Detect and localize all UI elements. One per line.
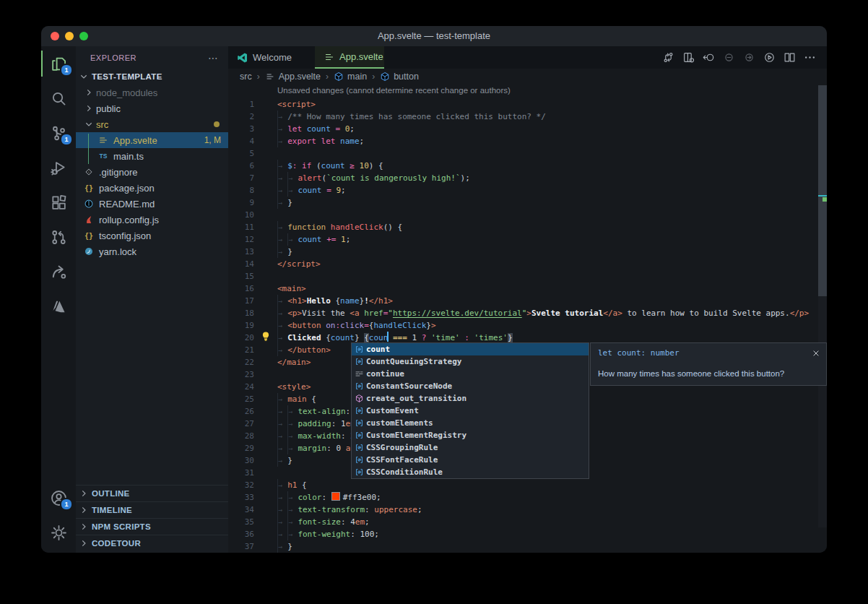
code-line-9[interactable]: 9→}: [228, 197, 817, 209]
more-actions-icon[interactable]: [799, 49, 820, 66]
explorer-root-folder[interactable]: TEST-TEMPLATE: [76, 69, 228, 85]
sidebar-item-rollup-config-js[interactable]: rollup.config.js: [76, 212, 228, 228]
code-line-16[interactable]: 16<main>: [228, 282, 817, 295]
run-file-icon[interactable]: [759, 49, 779, 66]
code-line-11[interactable]: 11→function handleClick() {: [228, 221, 817, 233]
section-npm-scripts[interactable]: NPM SCRIPTS: [76, 518, 228, 535]
previous-change-icon[interactable]: [719, 49, 739, 66]
split-editor-icon[interactable]: [779, 49, 799, 66]
token-tag: <h1>: [287, 296, 307, 306]
indent-guide: →: [277, 111, 287, 123]
github-pr-icon[interactable]: [41, 220, 76, 254]
code-line-36[interactable]: 36→→font-weight: 100;: [228, 528, 817, 540]
code-line-32[interactable]: 32→h1 {: [228, 479, 817, 491]
run-debug-icon[interactable]: [41, 150, 76, 185]
sidebar-item-node-modules[interactable]: node_modules: [76, 85, 228, 100]
section-codetour[interactable]: CODETOUR: [76, 535, 228, 551]
sidebar-item-tsconfig-json[interactable]: {}tsconfig.json: [76, 228, 228, 243]
token-pun: :: [326, 444, 336, 453]
badge-count: 1: [60, 498, 73, 511]
scrollbar-thumb[interactable]: [818, 85, 827, 296]
section-outline[interactable]: OUTLINE: [76, 485, 228, 501]
sidebar-more-actions-icon[interactable]: ⋯: [208, 52, 218, 64]
suggestion-label: customElements: [366, 418, 433, 428]
sidebar-item-readme-md[interactable]: README.md: [76, 196, 228, 212]
compare-changes-icon[interactable]: [658, 49, 678, 66]
go-back-icon[interactable]: [698, 49, 719, 66]
open-changes-icon[interactable]: [678, 49, 698, 66]
sidebar-item-main-ts[interactable]: TSmain.ts: [76, 148, 228, 164]
code-line-4[interactable]: 4→export let name;: [228, 135, 817, 147]
sidebar-item-src[interactable]: src: [76, 116, 228, 132]
code-line-34[interactable]: 34→→text-transform: uppercase;: [228, 504, 817, 516]
explorer-icon[interactable]: 1: [41, 46, 76, 81]
breadcrumb-item-button[interactable]: button: [380, 72, 419, 82]
search-icon[interactable]: [41, 81, 76, 116]
source-control-icon[interactable]: 1: [41, 116, 76, 150]
file-label: package.json: [99, 183, 155, 194]
suggestion-countqueuingstrategy[interactable]: CountQueuingStrategy: [352, 355, 589, 368]
token-num: 9: [336, 186, 341, 195]
section-timeline[interactable]: TIMELINE: [76, 501, 228, 518]
code-line-7[interactable]: 7→→alert(`count is dangerously high!`);: [228, 172, 817, 184]
code-line-17[interactable]: 17→<h1>Hello {name}!</h1>: [228, 295, 817, 307]
code-line-37[interactable]: 37→}: [228, 540, 817, 553]
code-line-1[interactable]: 1<script>: [228, 98, 817, 111]
account-icon[interactable]: 1: [41, 480, 76, 515]
code-line-6[interactable]: 6→$: if (count ≥ 10) {: [228, 160, 817, 172]
code-line-14[interactable]: 14</script>: [228, 258, 817, 270]
suggestion-continue[interactable]: continue: [352, 368, 589, 380]
token-var: name: [340, 137, 360, 146]
sidebar-item-public[interactable]: public: [76, 100, 228, 116]
code-line-13[interactable]: 13→}: [228, 246, 817, 258]
extensions-icon[interactable]: [41, 185, 76, 220]
code-editor[interactable]: Unsaved changes (cannot determine recent…: [228, 85, 827, 553]
code-line-12[interactable]: 12→→count += 1;: [228, 233, 817, 246]
settings-icon[interactable]: [41, 515, 76, 550]
suggestion-customelementregistry[interactable]: CustomElementRegistry: [352, 429, 589, 441]
token-pun: :: [341, 517, 350, 527]
breadcrumb-item-main[interactable]: main: [334, 72, 367, 82]
lightbulb-icon[interactable]: [260, 331, 272, 342]
next-change-icon[interactable]: [739, 49, 759, 66]
titlebar[interactable]: App.svelte — test-template: [41, 26, 827, 47]
sidebar-item-package-json[interactable]: {}package.json: [76, 180, 228, 196]
suggestion-customevent[interactable]: CustomEvent: [352, 405, 589, 417]
breadcrumb-item-app-svelte[interactable]: App.svelte: [265, 72, 321, 82]
token-pun: :: [341, 431, 350, 441]
azure-icon[interactable]: [41, 289, 76, 324]
suggestion-create-out-transition[interactable]: create_out_transition: [352, 392, 589, 405]
code-line-8[interactable]: 8→→count = 9;: [228, 184, 817, 197]
sidebar-item--gitignore[interactable]: .gitignore: [76, 164, 228, 180]
suggestion-cssgroupingrule[interactable]: CSSGroupingRule: [352, 441, 589, 454]
suggestion-constantsourcenode[interactable]: ConstantSourceNode: [352, 380, 589, 392]
line-number: 15: [228, 270, 254, 282]
chevron-down-icon: [79, 72, 89, 82]
tab-welcome[interactable]: Welcome: [228, 46, 315, 69]
suggestion-label: CountQueuingStrategy: [366, 357, 461, 366]
code-line-35[interactable]: 35→→font-size: 4em;: [228, 516, 817, 528]
token-str: `count is dangerously high!`: [326, 173, 460, 183]
indent-guide: →: [277, 454, 287, 467]
suggestion-cssfontfacerule[interactable]: CSSFontFaceRule: [352, 454, 589, 466]
tab-app-svelte[interactable]: App.svelte: [315, 46, 384, 69]
token-pun: :: [365, 505, 374, 514]
code-line-5[interactable]: 5: [228, 147, 817, 160]
line-content: →}: [277, 540, 292, 553]
live-share-icon[interactable]: [41, 254, 76, 289]
code-line-33[interactable]: 33→→color: #ff3e00;: [228, 491, 817, 504]
breadcrumb-item-src[interactable]: src: [240, 72, 252, 82]
suggestion-count[interactable]: count: [352, 343, 589, 355]
suggestion-customelements[interactable]: customElements: [352, 417, 589, 429]
suggestion-cssconditionrule[interactable]: CSSConditionRule: [352, 466, 589, 478]
code-line-15[interactable]: 15: [228, 270, 817, 282]
code-line-19[interactable]: 19→<button on:click={handleClick}>: [228, 319, 817, 332]
code-line-3[interactable]: 3→let count = 0;: [228, 123, 817, 135]
close-icon[interactable]: [812, 347, 822, 357]
sidebar-item-app-svelte[interactable]: App.svelte1, M: [76, 132, 228, 148]
code-line-2[interactable]: 2→/** How many times has someone clicked…: [228, 111, 817, 123]
code-line-18[interactable]: 18→<p>Visit the <a href="https://svelte.…: [228, 307, 817, 319]
code-line-10[interactable]: 10: [228, 209, 817, 221]
chevron-right-icon: [79, 488, 89, 499]
sidebar-item-yarn-lock[interactable]: yarn.lock: [76, 243, 228, 259]
